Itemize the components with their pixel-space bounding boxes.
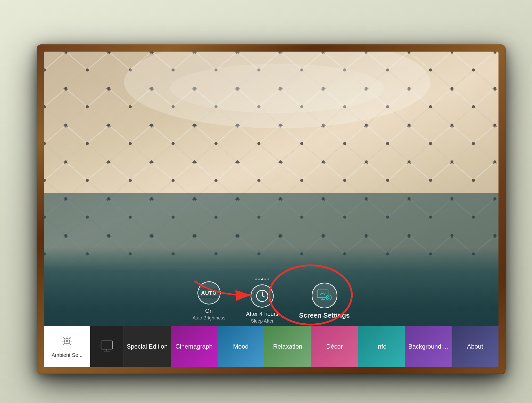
category-decor[interactable]: Décor (311, 326, 358, 367)
sleep-after-label: After 4 hours (246, 311, 278, 317)
category-relaxation[interactable]: Relaxation (264, 326, 311, 367)
ambient-background: AUTO On Auto Brightness (44, 52, 498, 367)
auto-text: AUTO (199, 289, 219, 297)
screen-settings-menu-item[interactable]: Screen Settings (299, 283, 350, 319)
main-menu: AUTO On Auto Brightness (44, 278, 498, 324)
dot-3-active (261, 278, 263, 280)
relaxation-label: Relaxation (273, 343, 302, 350)
auto-brightness-sublabel: Auto Brightness (193, 315, 225, 321)
svg-line-44 (69, 343, 71, 345)
ambient-settings-label: Ambient Se... (52, 352, 82, 358)
info-label: Info (376, 343, 387, 350)
auto-brightness-icon: AUTO (197, 281, 221, 305)
clock-svg (255, 289, 269, 303)
category-bar: Ambient Se... (44, 326, 498, 367)
category-tv-icon[interactable] (90, 326, 124, 367)
category-ambient-settings[interactable]: Ambient Se... (44, 326, 90, 367)
sleep-after-menu-item[interactable]: After 4 hours Sleep After (246, 278, 278, 324)
tv-frame: AUTO On Auto Brightness (37, 44, 506, 374)
auto-brightness-menu-item[interactable]: AUTO On Auto Brightness (193, 281, 225, 321)
cinemagraph-label: Cinemagraph (176, 343, 213, 350)
category-info[interactable]: Info (358, 326, 405, 367)
dot-1 (255, 278, 257, 280)
sleep-after-sublabel: Sleep After (251, 318, 273, 324)
svg-point-16 (170, 64, 385, 113)
mood-label: Mood (233, 343, 248, 350)
screen-settings-svg (316, 289, 333, 303)
svg-line-43 (63, 338, 65, 339)
tv-display-icon (100, 340, 114, 353)
svg-line-46 (63, 343, 65, 345)
category-cinemagraph[interactable]: Cinemagraph (171, 326, 218, 367)
tv-screen: AUTO On Auto Brightness (44, 52, 498, 367)
ambient-settings-icon (61, 335, 73, 350)
category-background[interactable]: Background ... (405, 326, 452, 367)
about-label: About (467, 343, 483, 350)
category-special-edition[interactable]: Special Edition (124, 326, 171, 367)
svg-line-45 (69, 338, 71, 339)
auto-brightness-label: On (205, 308, 213, 314)
svg-point-20 (262, 295, 263, 297)
screen-settings-label: Screen Settings (299, 311, 350, 319)
svg-point-24 (328, 297, 330, 299)
dot-2 (258, 278, 260, 280)
sleep-after-icon (251, 284, 274, 308)
category-about[interactable]: About (452, 326, 498, 367)
dot-5 (268, 278, 269, 280)
background-label: Background ... (408, 343, 448, 350)
svg-point-38 (66, 340, 68, 342)
screen-settings-icon (312, 283, 337, 308)
special-edition-label: Special Edition (127, 343, 168, 350)
svg-rect-47 (101, 341, 113, 349)
decor-label: Décor (326, 343, 343, 350)
room-wall: AUTO On Auto Brightness (0, 0, 532, 403)
category-mood[interactable]: Mood (218, 326, 264, 367)
dot-4 (264, 278, 266, 280)
